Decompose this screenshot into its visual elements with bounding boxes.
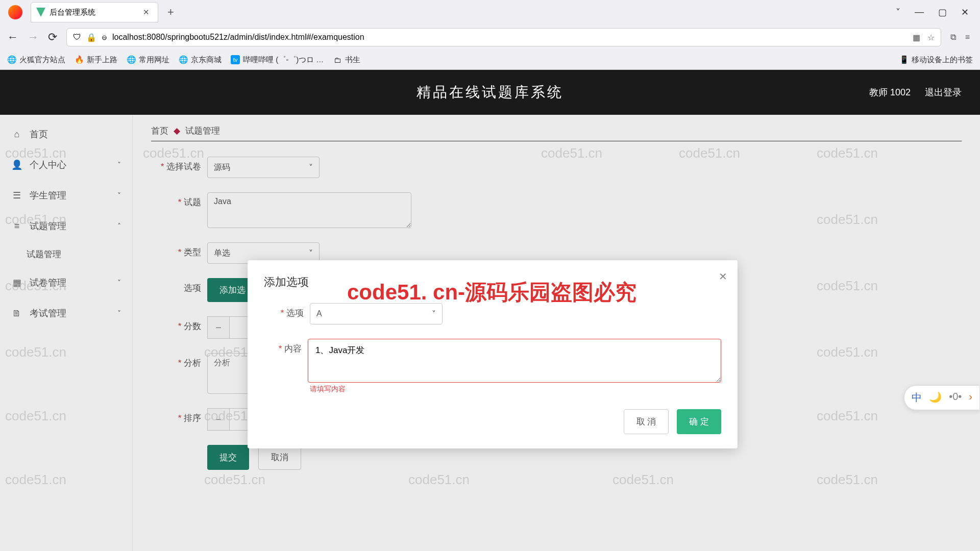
shield-icon: 🛡 [73, 33, 81, 42]
logout-link[interactable]: 退出登录 [925, 86, 962, 98]
bookmark-item[interactable]: 🌐火狐官方站点 [7, 55, 65, 65]
nav-bar: ← → ⟳ 🛡 🔒 ⊖ localhost:8080/springbootu52… [0, 24, 980, 50]
bookmark-item[interactable]: 🔥新手上路 [75, 55, 117, 65]
tab-title: 后台管理系统 [50, 8, 95, 17]
reload-button[interactable]: ⟳ [48, 31, 57, 44]
browser-tab[interactable]: 后台管理系统 ✕ [31, 2, 158, 22]
ime-moon-icon[interactable]: 🌙 [929, 391, 942, 405]
validation-error: 请填写内容 [310, 385, 721, 394]
minimize-button[interactable]: — [915, 7, 924, 18]
ime-lang[interactable]: 中 [912, 391, 922, 405]
modal-footer: 取 消 确 定 [264, 409, 721, 434]
globe-icon: 🌐 [127, 55, 136, 64]
lock-icon: 🔒 [86, 33, 96, 42]
bookmark-item[interactable]: 🌐常用网址 [127, 55, 169, 65]
tab-close-icon[interactable]: ✕ [140, 7, 153, 18]
forward-button[interactable]: → [28, 31, 39, 44]
bookmark-bar: 🌐火狐官方站点 🔥新手上路 🌐常用网址 🌐京东商城 tv哔哩哔哩 (゜-゜)つロ… [0, 50, 980, 69]
mobile-bookmarks[interactable]: 📱移动设备上的书签 [899, 55, 973, 65]
tab-bar: 后台管理系统 ✕ + ˅ — ▢ ✕ [0, 0, 980, 24]
menu-icon[interactable]: ≡ [965, 33, 970, 42]
close-window-button[interactable]: ✕ [961, 7, 969, 18]
globe-icon: 🌐 [179, 55, 188, 64]
back-button[interactable]: ← [7, 31, 18, 44]
modal-row-content: 内容 请填写内容 [264, 339, 721, 394]
bookmark-star-icon[interactable]: ☆ [927, 33, 935, 42]
globe-icon: 🌐 [7, 55, 16, 64]
browser-chrome: 后台管理系统 ✕ + ˅ — ▢ ✕ ← → ⟳ 🛡 🔒 ⊖ localhost… [0, 0, 980, 70]
url-text: localhost:8080/springbootu521z/admin/dis… [112, 33, 364, 42]
label-option: 选项 [264, 303, 310, 319]
extensions-icon[interactable]: ⧉ [950, 33, 956, 42]
url-bar[interactable]: 🛡 🔒 ⊖ localhost:8080/springbootu521z/adm… [66, 28, 941, 46]
modal-ok-button[interactable]: 确 定 [677, 409, 721, 434]
label-content: 内容 [264, 339, 308, 355]
qr-icon[interactable]: ▦ [913, 33, 920, 42]
modal-row-option: 选项 A˅ [264, 303, 721, 324]
vue-favicon-icon [36, 8, 45, 17]
maximize-button[interactable]: ▢ [938, 7, 947, 18]
bookmark-item[interactable]: tv哔哩哔哩 (゜-゜)つロ … [231, 55, 324, 65]
app-header: 精品在线试题库系统 教师 1002 退出登录 [0, 70, 980, 115]
modal-close-icon[interactable]: ✕ [719, 270, 727, 283]
permission-icon: ⊖ [102, 34, 107, 41]
firefox-logo-icon [8, 5, 22, 19]
bookmark-folder[interactable]: 🗀书生 [333, 55, 360, 65]
user-label[interactable]: 教师 1002 [869, 86, 911, 98]
modal-title: 添加选项 [264, 274, 721, 290]
mobile-icon: 📱 [899, 55, 909, 64]
chevron-down-icon: ˅ [432, 309, 436, 319]
tabs-dropdown-icon[interactable]: ˅ [896, 7, 900, 18]
app-title: 精品在线试题库系统 [416, 83, 564, 102]
bookmark-item[interactable]: 🌐京东商城 [179, 55, 222, 65]
folder-icon: 🗀 [333, 55, 342, 64]
bili-icon: tv [231, 55, 240, 64]
app-body: code51.cn code51.cn code51.cn code51.cn … [0, 115, 980, 551]
ime-more-icon[interactable]: •0• [949, 391, 962, 405]
window-controls: ˅ — ▢ ✕ [896, 7, 976, 18]
ime-toolbar[interactable]: 中 🌙 •0• › [904, 385, 980, 410]
flame-icon: 🔥 [75, 55, 84, 64]
add-option-modal: 添加选项 ✕ 选项 A˅ 内容 请填写内容 取 消 确 定 [248, 260, 738, 448]
new-tab-button[interactable]: + [162, 4, 179, 21]
modal-cancel-button[interactable]: 取 消 [624, 409, 669, 434]
option-content-textarea[interactable] [308, 339, 721, 383]
option-letter-dropdown[interactable]: A˅ [310, 303, 443, 324]
ime-arrow-icon[interactable]: › [969, 391, 972, 405]
